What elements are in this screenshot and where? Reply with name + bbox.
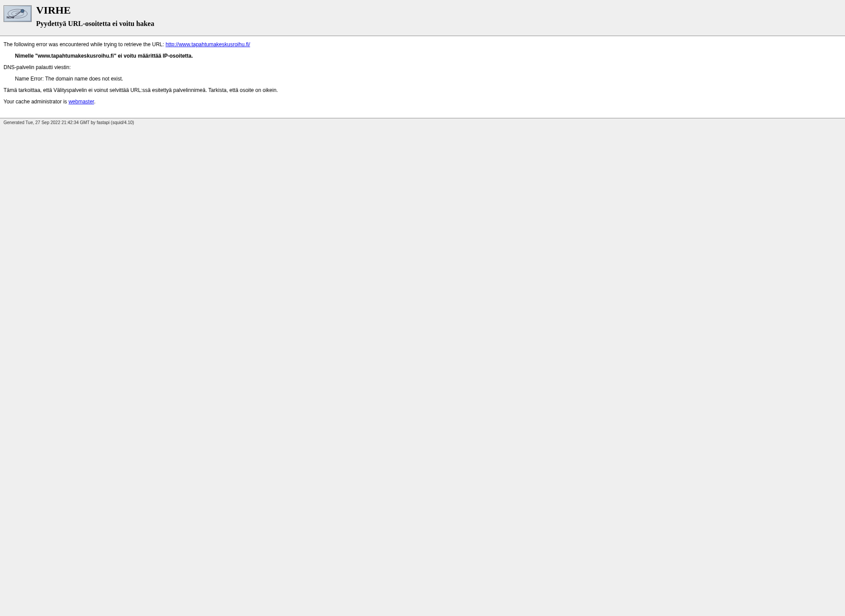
error-subtitle: Pyydettyä URL-osoitetta ei voitu hakea	[36, 20, 154, 28]
admin-suffix: .	[94, 99, 96, 105]
squid-now-icon: NOW	[4, 5, 32, 22]
svg-text:NOW: NOW	[7, 16, 15, 19]
header-titles: VIRHE Pyydettyä URL-osoitetta ei voitu h…	[36, 4, 154, 28]
dns-message: Name Error: The domain name does not exi…	[4, 76, 841, 82]
webmaster-link[interactable]: webmaster	[69, 99, 94, 105]
admin-prefix: Your cache administrator is	[4, 99, 69, 105]
hostname-error-line: Nimelle "www.tapahtumakeskusroihu.fi" ei…	[4, 53, 841, 59]
hostname-error-text: Nimelle "www.tapahtumakeskusroihu.fi" ei…	[15, 53, 193, 59]
error-content: The following error was encountered whil…	[0, 36, 845, 118]
error-title: VIRHE	[36, 4, 154, 16]
explanation-text: Tämä tarkoittaa, että Välityspalvelin ei…	[4, 87, 841, 93]
svg-point-3	[21, 9, 24, 13]
failed-url-link[interactable]: http://www.tapahtumakeskusroihu.fi/	[165, 41, 250, 48]
dns-returned-label: DNS-palvelin palautti viestin:	[4, 64, 841, 70]
generated-timestamp: Generated Tue, 27 Sep 2022 21:42:34 GMT …	[4, 120, 134, 125]
error-intro-line: The following error was encountered whil…	[4, 41, 841, 48]
error-header: NOW VIRHE Pyydettyä URL-osoitetta ei voi…	[0, 0, 845, 31]
footer: Generated Tue, 27 Sep 2022 21:42:34 GMT …	[0, 118, 845, 127]
admin-line: Your cache administrator is webmaster.	[4, 99, 841, 105]
error-intro-text: The following error was encountered whil…	[4, 41, 165, 48]
